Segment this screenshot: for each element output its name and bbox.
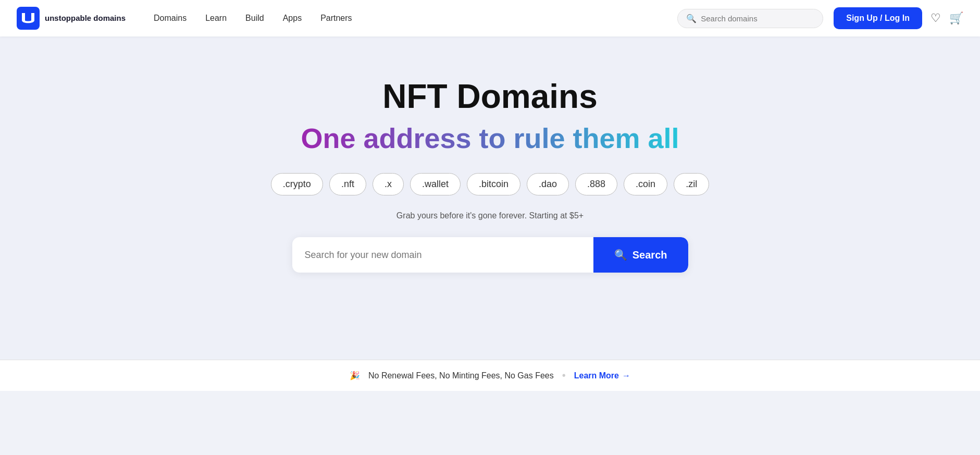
hero-section: NFT Domains One address to rule them all… bbox=[0, 36, 980, 360]
navbar-search-input[interactable] bbox=[701, 14, 814, 23]
nav-item-learn[interactable]: Learn bbox=[198, 9, 234, 27]
domain-pill-x[interactable]: .x bbox=[373, 173, 404, 195]
hero-title: NFT Domains bbox=[382, 78, 597, 115]
search-button-icon: 🔍 bbox=[614, 249, 627, 261]
domain-pill-dao[interactable]: .dao bbox=[527, 173, 569, 195]
hero-search-bar: 🔍 Search bbox=[292, 237, 688, 273]
nav-item-partners[interactable]: Partners bbox=[313, 9, 359, 27]
cart-icon[interactable]: 🛒 bbox=[949, 11, 963, 25]
domain-pill-888[interactable]: .888 bbox=[575, 173, 617, 195]
navbar-search-container: 🔍 bbox=[677, 9, 823, 28]
learn-more-label: Learn More bbox=[574, 371, 619, 380]
domain-pill-bitcoin[interactable]: .bitcoin bbox=[467, 173, 520, 195]
footer-bar: 🎉 No Renewal Fees, No Minting Fees, No G… bbox=[0, 360, 980, 391]
nav-item-domains[interactable]: Domains bbox=[146, 9, 194, 27]
domain-pill-zil[interactable]: .zil bbox=[674, 173, 709, 195]
logo-icon bbox=[17, 7, 40, 30]
nav-links: Domains Learn Build Apps Partners bbox=[146, 14, 359, 23]
search-button-label: Search bbox=[632, 249, 667, 261]
domain-pill-coin[interactable]: .coin bbox=[624, 173, 667, 195]
domain-pills-container: .crypto .nft .x .wallet .bitcoin .dao .8… bbox=[271, 173, 709, 195]
nav-item-apps[interactable]: Apps bbox=[276, 9, 309, 27]
footer-dot: • bbox=[562, 370, 566, 382]
footer-bar-text: No Renewal Fees, No Minting Fees, No Gas… bbox=[368, 371, 554, 380]
heart-icon[interactable]: ♡ bbox=[931, 11, 941, 25]
hero-subtitle: One address to rule them all bbox=[301, 122, 679, 154]
navbar-actions: Sign Up / Log In ♡ 🛒 bbox=[834, 7, 963, 29]
footer-emoji: 🎉 bbox=[350, 371, 360, 380]
logo-link[interactable]: unstoppable domains bbox=[17, 7, 126, 30]
learn-more-link[interactable]: Learn More → bbox=[574, 371, 630, 380]
svg-rect-0 bbox=[17, 7, 40, 30]
hero-tagline: Grab yours before it's gone forever. Sta… bbox=[396, 211, 584, 220]
navbar-search-icon: 🔍 bbox=[686, 14, 697, 23]
navbar: unstoppable domains Domains Learn Build … bbox=[0, 0, 980, 36]
hero-search-button[interactable]: 🔍 Search bbox=[593, 237, 688, 273]
hero-search-input[interactable] bbox=[292, 237, 593, 273]
domain-pill-crypto[interactable]: .crypto bbox=[271, 173, 323, 195]
domain-pill-wallet[interactable]: .wallet bbox=[410, 173, 461, 195]
learn-more-arrow: → bbox=[622, 371, 630, 380]
nav-item-build[interactable]: Build bbox=[238, 9, 271, 27]
logo-text: unstoppable domains bbox=[45, 14, 126, 23]
signup-button[interactable]: Sign Up / Log In bbox=[834, 7, 922, 29]
domain-pill-nft[interactable]: .nft bbox=[329, 173, 366, 195]
